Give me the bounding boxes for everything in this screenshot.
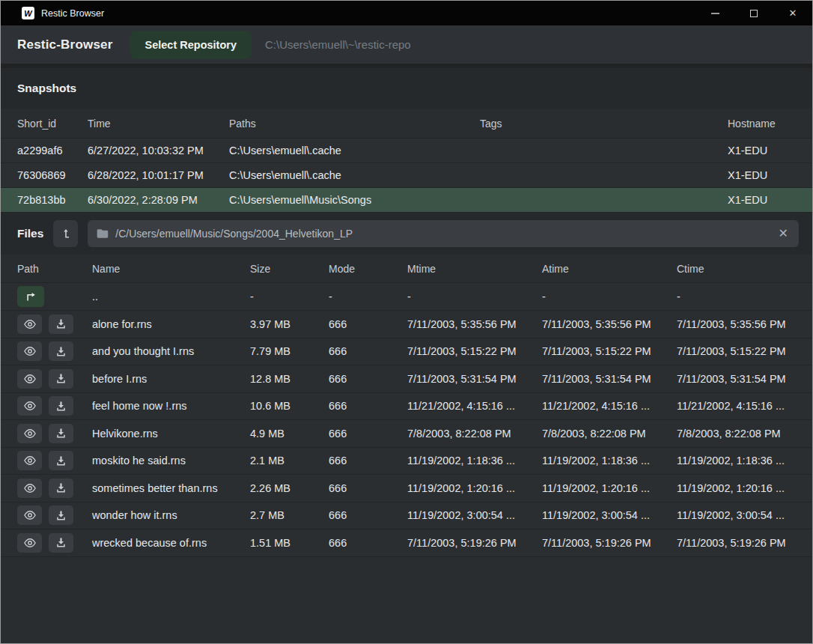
- preview-file-button[interactable]: [17, 451, 42, 470]
- clear-path-button[interactable]: ✕: [777, 228, 790, 240]
- maximize-icon: [750, 10, 758, 17]
- file-size: 12.8 MB: [250, 373, 329, 385]
- file-mtime: 7/11/2003, 5:15:22 PM: [407, 345, 542, 357]
- download-file-button[interactable]: [49, 533, 73, 553]
- file-size: -: [250, 291, 329, 303]
- app-name: Restic-Browser: [17, 37, 113, 52]
- file-atime: 7/11/2003, 5:19:26 PM: [542, 537, 677, 549]
- file-mode: 666: [329, 318, 407, 330]
- file-ctime: 11/19/2002, 1:18:36 ...: [677, 455, 812, 467]
- file-row: wrecked because of.rns 1.51 MB 666 7/11/…: [1, 529, 812, 557]
- select-repository-button[interactable]: Select Repository: [130, 31, 252, 59]
- file-name: moskito he said.rns: [92, 455, 250, 467]
- minimize-icon: [711, 13, 719, 14]
- file-mode: 666: [329, 400, 407, 412]
- preview-file-button[interactable]: [17, 315, 42, 334]
- file-name: ..: [92, 291, 250, 303]
- file-name: wrecked because of.rns: [92, 537, 250, 549]
- empty-area: [1, 557, 812, 644]
- preview-file-button[interactable]: [17, 424, 42, 443]
- download-file-button[interactable]: [49, 315, 73, 334]
- download-file-button[interactable]: [49, 424, 73, 443]
- download-icon: [55, 510, 67, 521]
- snapshot-row[interactable]: 76306869 6/28/2022, 10:01:17 PM C:\Users…: [1, 163, 812, 188]
- download-file-button[interactable]: [49, 369, 73, 389]
- file-size: 10.6 MB: [250, 400, 329, 412]
- download-file-button[interactable]: [49, 451, 73, 470]
- file-mtime: 7/8/2003, 8:22:08 PM: [407, 428, 542, 440]
- files-title: Files: [17, 227, 43, 240]
- col-size: Size: [250, 263, 329, 275]
- download-icon: [55, 482, 67, 493]
- up-level-icon: [60, 228, 72, 240]
- eye-icon: [23, 538, 37, 548]
- file-mtime: 11/21/2002, 4:15:16 ...: [407, 400, 542, 412]
- file-mode: 666: [329, 509, 407, 521]
- col-mode: Mode: [329, 263, 407, 275]
- minimize-button[interactable]: [695, 1, 734, 25]
- files-table-header: Path Name Size Mode Mtime Atime Ctime: [1, 255, 812, 283]
- maximize-button[interactable]: [734, 1, 773, 25]
- col-paths: Paths: [229, 118, 480, 130]
- files-toolbar: Files ✕: [1, 213, 812, 255]
- download-icon: [55, 318, 67, 329]
- file-mtime: 11/19/2002, 3:00:54 ...: [407, 509, 542, 521]
- eye-icon: [23, 346, 37, 356]
- path-input[interactable]: [115, 228, 770, 240]
- preview-file-button[interactable]: [17, 479, 42, 498]
- snapshot-row[interactable]: a2299af6 6/27/2022, 10:03:32 PM C:\Users…: [1, 139, 812, 163]
- snapshot-row-selected[interactable]: 72b813bb 6/30/2022, 2:28:09 PM C:\Users\…: [1, 188, 812, 213]
- header-bar: Restic-Browser Select Repository C:\User…: [1, 25, 812, 68]
- file-mode: 666: [329, 428, 407, 440]
- file-ctime: 7/11/2003, 5:15:22 PM: [677, 345, 812, 357]
- file-atime: 11/19/2002, 1:20:16 ...: [542, 482, 677, 494]
- preview-file-button[interactable]: [17, 369, 42, 389]
- app-icon: W: [22, 7, 34, 19]
- window-controls: ✕: [695, 1, 812, 25]
- snapshot-paths: C:\Users\emuell\Music\Songs: [229, 194, 480, 206]
- file-atime: 7/11/2003, 5:15:22 PM: [542, 345, 677, 357]
- file-row: feel home now !.rns 10.6 MB 666 11/21/20…: [1, 393, 812, 421]
- col-hostname: Hostname: [728, 118, 812, 130]
- download-file-button[interactable]: [49, 396, 73, 416]
- file-mode: 666: [329, 373, 407, 385]
- file-size: 7.79 MB: [250, 345, 329, 357]
- download-file-button[interactable]: [49, 505, 73, 525]
- col-path: Path: [17, 263, 92, 275]
- file-name: wonder how it.rns: [92, 509, 250, 521]
- col-short-id: Short_id: [17, 118, 88, 130]
- download-file-button[interactable]: [49, 479, 73, 498]
- download-icon: [55, 401, 67, 412]
- download-file-button[interactable]: [49, 341, 73, 361]
- close-button[interactable]: ✕: [773, 1, 812, 25]
- preview-file-button[interactable]: [17, 396, 42, 416]
- col-ctime: Ctime: [677, 263, 812, 275]
- file-mtime: 7/11/2003, 5:35:56 PM: [407, 318, 542, 330]
- preview-file-button[interactable]: [17, 341, 42, 361]
- file-ctime: 7/11/2003, 5:31:54 PM: [677, 373, 812, 385]
- file-size: 2.26 MB: [250, 482, 329, 494]
- snapshot-hostname: X1-EDU: [728, 194, 812, 206]
- snapshots-table-header: Short_id Time Paths Tags Hostname: [1, 109, 812, 139]
- preview-file-button[interactable]: [17, 533, 42, 553]
- file-mtime: 11/19/2002, 1:20:16 ...: [407, 482, 542, 494]
- snapshot-time: 6/27/2022, 10:03:32 PM: [88, 145, 229, 157]
- snapshot-short-id: 72b813bb: [17, 194, 88, 206]
- up-right-arrow-icon: [25, 291, 37, 302]
- file-row: wonder how it.rns 2.7 MB 666 11/19/2002,…: [1, 502, 812, 530]
- file-size: 2.7 MB: [250, 509, 329, 521]
- file-row: Helvikone.rns 4.9 MB 666 7/8/2003, 8:22:…: [1, 420, 812, 448]
- app-window: W Restic Browser ✕ Restic-Browser Select…: [1, 1, 812, 643]
- folder-icon: [97, 228, 109, 239]
- file-ctime: 11/19/2002, 3:00:54 ...: [677, 509, 812, 521]
- download-icon: [55, 373, 67, 384]
- parent-directory-button[interactable]: [53, 220, 78, 247]
- preview-file-button[interactable]: [17, 505, 42, 525]
- titlebar: W Restic Browser ✕: [1, 1, 812, 25]
- eye-icon: [23, 401, 37, 411]
- file-ctime: 11/19/2002, 1:20:16 ...: [677, 482, 812, 494]
- navigate-up-button[interactable]: [17, 286, 44, 307]
- eye-icon: [23, 483, 37, 493]
- snapshot-hostname: X1-EDU: [728, 145, 812, 157]
- file-mode: 666: [329, 345, 407, 357]
